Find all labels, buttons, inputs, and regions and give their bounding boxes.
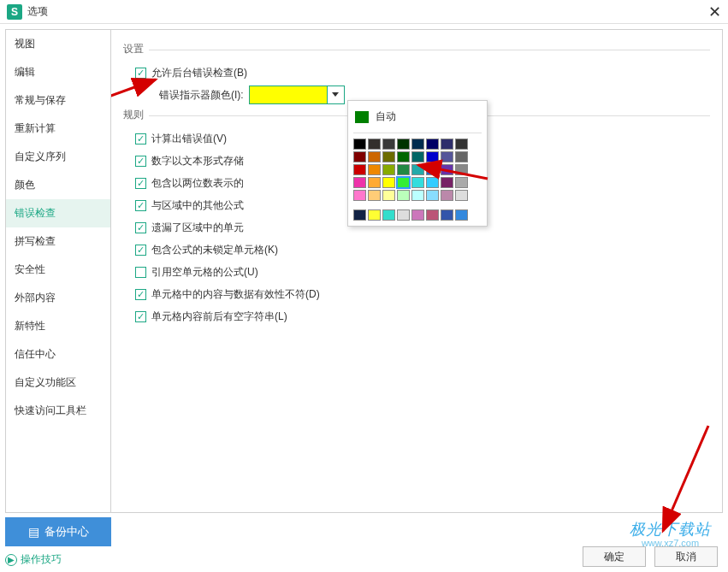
- color-swatch-extra-3[interactable]: [397, 209, 410, 221]
- color-swatch-0[interactable]: [353, 139, 366, 150]
- rule-checkbox-4[interactable]: ✓: [135, 222, 146, 233]
- rule-checkbox-8[interactable]: ✓: [135, 311, 146, 322]
- color-picker-popup: 自动: [347, 100, 488, 227]
- color-palette-main: [353, 139, 482, 201]
- color-palette-extra: [353, 209, 482, 221]
- color-swatch-16[interactable]: [353, 164, 366, 175]
- watermark: 极光下载站 www.xz7.com: [630, 519, 711, 548]
- sidebar-item-7[interactable]: 拼写检查: [6, 227, 110, 256]
- color-combo[interactable]: [249, 86, 345, 104]
- window-title: 选项: [27, 4, 48, 19]
- sidebar-item-10[interactable]: 新特性: [6, 312, 110, 340]
- color-swatch-1[interactable]: [368, 139, 381, 150]
- color-swatch-35[interactable]: [397, 190, 410, 201]
- rule-label-6: 引用空单元格的公式(U): [151, 265, 258, 280]
- checkbox-allow-bg[interactable]: ✓: [135, 68, 146, 79]
- color-swatch-30[interactable]: [441, 177, 453, 188]
- close-icon[interactable]: ✕: [704, 2, 725, 22]
- color-swatch-8[interactable]: [353, 151, 366, 162]
- color-swatch-32[interactable]: [353, 190, 366, 201]
- tips-label: 操作技巧: [21, 552, 62, 567]
- color-swatch-13[interactable]: [426, 151, 439, 162]
- rule-label-3: 与区域中的其他公式: [151, 198, 244, 213]
- color-swatch-25[interactable]: [368, 177, 381, 188]
- color-swatch-31[interactable]: [455, 177, 468, 188]
- backup-icon: ▤: [28, 525, 39, 539]
- color-swatch-extra-4[interactable]: [411, 209, 424, 221]
- sidebar-item-2[interactable]: 常规与保存: [6, 86, 110, 115]
- color-swatch-29[interactable]: [426, 177, 439, 188]
- sidebar-item-4[interactable]: 自定义序列: [6, 143, 110, 171]
- rule-checkbox-3[interactable]: ✓: [135, 200, 146, 211]
- rule-checkbox-7[interactable]: ✓: [135, 289, 146, 300]
- color-swatch-15[interactable]: [455, 151, 468, 162]
- color-swatch: [250, 86, 327, 103]
- color-swatch-39[interactable]: [455, 190, 468, 201]
- color-swatch-extra-7[interactable]: [455, 209, 468, 221]
- color-swatch-36[interactable]: [411, 190, 424, 201]
- rule-label-7: 单元格中的内容与数据有效性不符(D): [151, 287, 320, 302]
- rule-checkbox-0[interactable]: ✓: [135, 133, 146, 144]
- color-swatch-33[interactable]: [368, 190, 381, 201]
- sidebar-item-0[interactable]: 视图: [6, 30, 110, 58]
- color-swatch-extra-1[interactable]: [368, 209, 381, 221]
- rule-label-1: 数字以文本形式存储: [151, 154, 244, 168]
- color-swatch-2[interactable]: [382, 139, 395, 150]
- color-swatch-21[interactable]: [426, 164, 439, 175]
- color-swatch-10[interactable]: [382, 151, 395, 162]
- color-swatch-22[interactable]: [441, 164, 453, 175]
- color-swatch-27[interactable]: [397, 177, 410, 188]
- color-swatch-14[interactable]: [441, 151, 453, 162]
- sidebar-item-5[interactable]: 颜色: [6, 171, 110, 199]
- color-swatch-9[interactable]: [368, 151, 381, 162]
- label-indicator-color: 错误指示器颜色(I):: [159, 88, 244, 103]
- sidebar-item-13[interactable]: 快速访问工具栏: [6, 397, 110, 425]
- color-swatch-38[interactable]: [441, 190, 453, 201]
- tips-link[interactable]: ▶ 操作技巧: [5, 552, 62, 567]
- color-swatch-26[interactable]: [382, 177, 395, 188]
- rule-row-5: ✓包含公式的未锁定单元格(K): [135, 240, 710, 259]
- color-swatch-4[interactable]: [411, 139, 424, 150]
- sidebar-item-1[interactable]: 编辑: [6, 58, 110, 86]
- rule-checkbox-5[interactable]: ✓: [135, 245, 146, 256]
- backup-label: 备份中心: [44, 524, 89, 540]
- rule-checkbox-1[interactable]: ✓: [135, 156, 146, 167]
- color-swatch-19[interactable]: [397, 164, 410, 175]
- chevron-down-icon[interactable]: [327, 86, 344, 103]
- rule-row-6: ✓引用空单元格的公式(U): [135, 262, 710, 281]
- sidebar-item-11[interactable]: 信任中心: [6, 340, 110, 369]
- content-panel: 设置 ✓ 允许后台错误检查(B) 错误指示器颜色(I): 规则 ✓计算出错误值(…: [111, 29, 723, 513]
- color-swatch-24[interactable]: [353, 177, 366, 188]
- color-swatch-6[interactable]: [441, 139, 453, 150]
- color-swatch-11[interactable]: [397, 151, 410, 162]
- sidebar-item-6[interactable]: 错误检查: [6, 199, 110, 227]
- color-swatch-extra-2[interactable]: [382, 209, 395, 221]
- color-swatch-extra-0[interactable]: [353, 209, 366, 221]
- color-swatch-23[interactable]: [455, 164, 468, 175]
- rule-checkbox-6[interactable]: ✓: [135, 267, 146, 278]
- ok-button[interactable]: 确定: [583, 546, 646, 567]
- rule-row-7: ✓单元格中的内容与数据有效性不符(D): [135, 285, 710, 304]
- rule-checkbox-2[interactable]: ✓: [135, 178, 146, 189]
- sidebar-item-12[interactable]: 自定义功能区: [6, 369, 110, 397]
- cancel-button[interactable]: 取消: [654, 546, 718, 567]
- color-swatch-5[interactable]: [426, 139, 439, 150]
- color-swatch-28[interactable]: [411, 177, 424, 188]
- group-settings: 设置: [123, 42, 710, 56]
- color-swatch-3[interactable]: [397, 139, 410, 150]
- color-swatch-12[interactable]: [411, 151, 424, 162]
- color-swatch-34[interactable]: [382, 190, 395, 201]
- color-swatch-extra-5[interactable]: [426, 209, 439, 221]
- sidebar-item-3[interactable]: 重新计算: [6, 115, 110, 143]
- color-swatch-7[interactable]: [455, 139, 468, 150]
- color-swatch-17[interactable]: [368, 164, 381, 175]
- color-swatch-37[interactable]: [426, 190, 439, 201]
- backup-center-button[interactable]: ▤ 备份中心: [5, 517, 111, 546]
- sidebar-item-8[interactable]: 安全性: [6, 256, 110, 284]
- color-swatch-20[interactable]: [411, 164, 424, 175]
- sidebar-item-9[interactable]: 外部内容: [6, 284, 110, 312]
- color-auto-row[interactable]: 自动: [353, 106, 482, 131]
- color-swatch-extra-6[interactable]: [441, 209, 453, 221]
- rule-label-4: 遗漏了区域中的单元: [151, 221, 244, 235]
- color-swatch-18[interactable]: [382, 164, 395, 175]
